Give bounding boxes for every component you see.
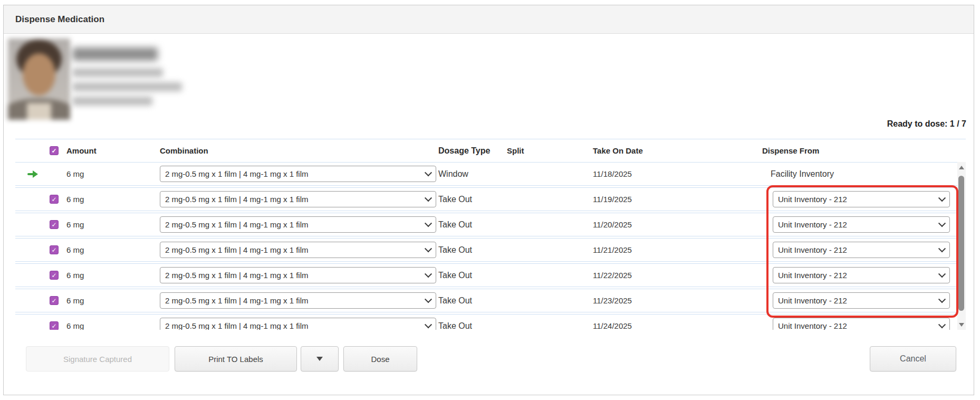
- current-dose-arrow-icon: [27, 169, 40, 179]
- combination-select-value: 2 mg-0.5 mg x 1 film | 4 mg-1 mg x 1 fil…: [165, 169, 308, 178]
- scroll-down-icon: [959, 323, 964, 327]
- dose-table: ✓ Amount Combination Dosage Type Split T…: [15, 139, 966, 330]
- check-icon: ✓: [51, 297, 56, 304]
- split-value: [506, 213, 560, 236]
- chevron-down-icon: [938, 220, 946, 227]
- split-value: [506, 315, 560, 330]
- redacted-patient-detail: [72, 97, 152, 106]
- combination-select[interactable]: 2 mg-0.5 mg x 1 film | 4 mg-1 mg x 1 fil…: [160, 318, 436, 330]
- dispense-from-select[interactable]: Unit Inventory - 212: [773, 191, 950, 207]
- row-checkbox[interactable]: ✓: [50, 321, 59, 330]
- dispense-medication-dialog: Dispense Medication Ready to dose: 1 / 7…: [3, 5, 974, 395]
- combination-select[interactable]: 2 mg-0.5 mg x 1 film | 4 mg-1 mg x 1 fil…: [160, 267, 436, 283]
- table-row: ✓ 6 mg 2 mg-0.5 mg x 1 film | 4 mg-1 mg …: [15, 314, 966, 330]
- chevron-down-icon: [938, 245, 946, 252]
- cancel-button[interactable]: Cancel: [870, 346, 956, 372]
- photo-blur-shape: [27, 103, 51, 120]
- check-icon: ✓: [51, 272, 56, 279]
- scroll-up-button[interactable]: [957, 163, 966, 172]
- chevron-down-icon: [425, 270, 432, 278]
- redacted-patient-detail: [72, 68, 163, 77]
- chevron-down-icon: [938, 296, 946, 303]
- combination-select[interactable]: 2 mg-0.5 mg x 1 film | 4 mg-1 mg x 1 fil…: [160, 292, 436, 309]
- table-row: 6 mg 2 mg-0.5 mg x 1 film | 4 mg-1 mg x …: [15, 162, 966, 186]
- row-marker-cell: ✓: [15, 188, 63, 211]
- dispense-from-select[interactable]: Unit Inventory - 212: [773, 216, 950, 233]
- chevron-down-icon: [425, 321, 432, 328]
- dispense-from-select-value: Unit Inventory - 212: [778, 245, 847, 254]
- combination-select[interactable]: 2 mg-0.5 mg x 1 film | 4 mg-1 mg x 1 fil…: [160, 242, 436, 258]
- header-split: Split: [506, 139, 560, 162]
- combination-select[interactable]: 2 mg-0.5 mg x 1 film | 4 mg-1 mg x 1 fil…: [160, 191, 436, 207]
- split-value: [506, 239, 560, 261]
- dispense-from-select-value: Unit Inventory - 212: [778, 321, 847, 330]
- dispense-from-select[interactable]: Unit Inventory - 212: [773, 267, 950, 283]
- dosage-type-value: Take Out: [437, 315, 506, 330]
- scroll-up-icon: [959, 166, 964, 169]
- dispense-from-select-value: Unit Inventory - 212: [778, 220, 847, 229]
- dispense-from-select[interactable]: Unit Inventory - 212: [773, 242, 950, 258]
- row-checkbox[interactable]: ✓: [50, 195, 59, 204]
- combination-select-value: 2 mg-0.5 mg x 1 film | 4 mg-1 mg x 1 fil…: [165, 271, 308, 280]
- table-row: ✓ 6 mg 2 mg-0.5 mg x 1 film | 4 mg-1 mg …: [15, 213, 966, 236]
- combination-select-value: 2 mg-0.5 mg x 1 film | 4 mg-1 mg x 1 fil…: [165, 321, 308, 330]
- chevron-down-icon: [938, 321, 946, 328]
- dispense-from-select-value: Unit Inventory - 212: [778, 195, 847, 204]
- row-marker-cell: ✓: [15, 213, 63, 236]
- take-on-date-value: 11/21/2025: [560, 239, 762, 261]
- vertical-scrollbar[interactable]: [957, 162, 966, 330]
- print-to-labels-button[interactable]: Print TO Labels: [175, 346, 297, 372]
- amount-value: 6 mg: [63, 239, 160, 261]
- header-amount: Amount: [63, 139, 160, 162]
- combination-select[interactable]: 2 mg-0.5 mg x 1 film | 4 mg-1 mg x 1 fil…: [160, 216, 436, 233]
- row-checkbox[interactable]: ✓: [50, 296, 59, 305]
- dispense-from-value: Facility Inventory: [762, 169, 834, 179]
- take-on-date-value: 11/19/2025: [560, 188, 762, 211]
- combination-select-value: 2 mg-0.5 mg x 1 film | 4 mg-1 mg x 1 fil…: [165, 220, 308, 229]
- row-checkbox[interactable]: ✓: [50, 245, 59, 254]
- check-icon: ✓: [51, 221, 56, 228]
- combination-select-value: 2 mg-0.5 mg x 1 film | 4 mg-1 mg x 1 fil…: [165, 195, 308, 204]
- row-checkbox[interactable]: ✓: [50, 271, 59, 280]
- ready-to-dose-counter: Ready to dose: 1 / 7: [887, 119, 966, 129]
- take-on-date-value: 11/18/2025: [560, 163, 762, 185]
- scrollbar-thumb[interactable]: [958, 176, 964, 311]
- patient-photo: [8, 39, 70, 120]
- take-on-date-value: 11/23/2025: [560, 289, 762, 312]
- dispense-from-select-value: Unit Inventory - 212: [778, 271, 847, 280]
- table-row: ✓ 6 mg 2 mg-0.5 mg x 1 film | 4 mg-1 mg …: [15, 263, 966, 287]
- dosage-type-value: Take Out: [437, 264, 506, 287]
- chevron-down-icon: [938, 270, 946, 278]
- check-icon: ✓: [51, 246, 56, 254]
- chevron-down-icon: [425, 194, 432, 202]
- page-title: Dispense Medication: [15, 5, 104, 33]
- dosage-type-value: Take Out: [437, 239, 506, 261]
- signature-captured-button[interactable]: Signature Captured: [26, 346, 169, 372]
- combination-select-value: 2 mg-0.5 mg x 1 film | 4 mg-1 mg x 1 fil…: [165, 296, 308, 305]
- row-marker-cell: ✓: [15, 264, 63, 287]
- dispense-from-select[interactable]: Unit Inventory - 212: [773, 292, 950, 309]
- take-on-date-value: 11/22/2025: [560, 264, 762, 287]
- dosage-type-value: Take Out: [437, 213, 506, 236]
- scroll-down-button[interactable]: [957, 320, 966, 329]
- combination-select[interactable]: 2 mg-0.5 mg x 1 film | 4 mg-1 mg x 1 fil…: [160, 166, 436, 182]
- chevron-down-icon: [425, 220, 432, 227]
- dispense-from-select-value: Unit Inventory - 212: [778, 296, 847, 305]
- check-icon: ✓: [51, 196, 56, 203]
- dispense-from-select[interactable]: Unit Inventory - 212: [773, 318, 950, 330]
- dose-button[interactable]: Dose: [343, 346, 417, 372]
- check-icon: ✓: [51, 322, 56, 330]
- table-body: 6 mg 2 mg-0.5 mg x 1 film | 4 mg-1 mg x …: [15, 162, 966, 330]
- split-value: [506, 163, 560, 185]
- row-checkbox[interactable]: ✓: [50, 220, 59, 229]
- split-value: [506, 264, 560, 287]
- caret-down-icon: [316, 357, 323, 361]
- row-marker-cell: [15, 163, 63, 185]
- print-options-dropdown-button[interactable]: [301, 346, 339, 372]
- combination-select-value: 2 mg-0.5 mg x 1 film | 4 mg-1 mg x 1 fil…: [165, 245, 308, 254]
- take-on-date-value: 11/20/2025: [560, 213, 762, 236]
- header-select-all-cell: ✓: [15, 139, 63, 162]
- select-all-checkbox[interactable]: ✓: [50, 146, 59, 155]
- dialog-titlebar: Dispense Medication: [4, 5, 974, 34]
- dosage-type-value: Take Out: [437, 188, 506, 211]
